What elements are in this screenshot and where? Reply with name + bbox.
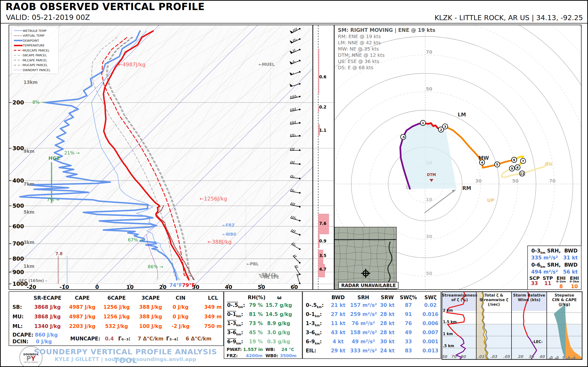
pwat-label: PWAT: — [227, 347, 243, 352]
temp-label: 20 — [159, 284, 167, 289]
mini-xtick: .01 — [477, 354, 484, 359]
rh-annotation: HGZ — [48, 155, 60, 161]
height-label: 13km — [24, 80, 38, 85]
legend-swatch — [14, 44, 23, 47]
dn-label: DN — [545, 161, 553, 167]
height-ytick: 2 km — [443, 308, 453, 313]
sounderpy-dashboard: RAOB OBSERVED VERTICAL PROFILE VALID: 05… — [0, 0, 588, 367]
srh-0-3-values: 335 m²/s² 31 kt — [528, 255, 581, 261]
omega-value-label: 7.6 — [319, 221, 326, 226]
ring-label: 30 — [426, 234, 432, 239]
thermo-value: 532 J/kg — [100, 323, 133, 329]
legend-label: DWNDRFT PARCEL — [23, 68, 50, 72]
stp-value: 11 — [541, 281, 555, 286]
dtm-label: DTM — [427, 173, 436, 177]
mini-panel-title: of ζ (%) — [451, 298, 468, 302]
kin-value: 0.013 — [417, 348, 444, 354]
legend-label: MUECAPE PARCEL — [23, 49, 49, 52]
ehi3-header: EHI — [568, 276, 581, 280]
legend-item: MLCAPE PARCEL — [14, 58, 56, 63]
temp-label: -10 — [60, 284, 69, 289]
pressure-label: 300 — [12, 145, 24, 151]
rh-annotation: 8% → — [32, 100, 45, 105]
storm-motion-sm: SM: RIGHT MOVING | ENE @ 19 kts — [338, 27, 435, 33]
legend-item: TEMPERATURE — [14, 43, 56, 48]
thermo-value: 4987 J/kg — [65, 304, 99, 310]
rm-label: RM — [462, 185, 471, 191]
lec-label: -LEC- — [532, 340, 543, 344]
stp-header: STP — [541, 276, 555, 280]
legend-swatch — [14, 39, 23, 42]
mini-xtick: .03 — [490, 354, 497, 359]
row-label: ML: — [12, 323, 29, 329]
height-marker-label: 9 — [511, 167, 513, 170]
thermo-header: 6CAPE — [100, 295, 133, 301]
height-ytick: 1.5 km — [443, 320, 457, 324]
hodo-trace-9-12km — [502, 162, 548, 177]
legend-label: MLCAPE PARCEL — [23, 58, 47, 62]
height-marker-label: 11 — [520, 172, 524, 175]
omega-value-label: 0.9 — [319, 239, 326, 243]
height-label: 9km — [24, 149, 35, 154]
rh-value: 79 % — [244, 302, 268, 308]
mini-xtick: 20 — [518, 354, 524, 359]
storm-motion-info: SM: RIGHT MOVING | ENE @ 19 kts RM: ENE … — [338, 27, 435, 71]
lapse36-value: 6 Δ°C/km — [182, 336, 215, 342]
pressure-label: 500 — [12, 203, 24, 209]
ring-label: 50 — [512, 178, 519, 184]
height-marker-label: 2 — [440, 128, 442, 132]
lapse03-label: Γ₀₋₃: — [118, 336, 135, 342]
height-marker-label: 7 — [522, 159, 524, 163]
ring-label: 30 — [475, 178, 482, 184]
mini-panel-title: Streamwiseness — [442, 293, 477, 298]
legend-swatch — [14, 34, 23, 37]
up-label: UP — [487, 198, 494, 203]
rh-annotation: 67% → — [128, 237, 143, 242]
thermo-value: 0 J/kg — [164, 304, 197, 310]
storm-motion-us: US: ESE @ 36 kts — [338, 58, 435, 64]
height-label: 7km — [24, 181, 35, 187]
legend-label: MUCAPE PARCEL — [23, 63, 48, 67]
composite-indices: SCP33 STP11 EHI0–1km8 EHI0–3km10 — [528, 276, 581, 289]
kin-value: 0.006 — [417, 321, 444, 326]
mixr-value: 0.3 g/kg — [266, 339, 292, 344]
omega-value-label: 4.7 — [319, 267, 326, 272]
mini-panel-title: (J/kg) — [559, 302, 570, 307]
mixr-value: 15.7 g/kg — [266, 302, 292, 308]
station-info: KLZK - LITTLE ROCK, AR US | 34.13, -92.2… — [434, 14, 583, 22]
temp-label: 10 — [126, 284, 134, 289]
legend-swatch — [14, 54, 23, 57]
storm-motion-ds: DS: E @ 68 kts — [338, 64, 435, 71]
kin-value: 21 kt — [325, 302, 351, 308]
kin-value: 158 m²/s² — [350, 330, 377, 335]
height-ytick: .5 km — [443, 344, 454, 348]
legend-item: MUECAPE PARCEL — [14, 48, 56, 53]
wb0-value: 3500m — [280, 353, 297, 358]
surface-label: -SFC (165m) - — [17, 278, 47, 283]
muncape-value: 0.4 — [102, 336, 117, 342]
kin-value: 259 m²/s² — [350, 311, 377, 317]
frz-value: 4200m — [245, 353, 264, 358]
frz-label: FRZ: — [227, 353, 241, 358]
level-annotation: 7.8 — [55, 251, 63, 256]
mixr-value: 8.9 g/kg — [266, 321, 292, 326]
mixr-value: 3.0 g/kg — [266, 330, 292, 335]
kin-value: 43 kt — [325, 330, 351, 335]
thermo-header: SR-ECAPE — [31, 295, 64, 301]
level-annotation: ←MUEL — [259, 62, 275, 67]
thermo-header: CAPE — [65, 295, 99, 301]
temp-label: 0 — [95, 284, 99, 289]
rh-header: RH(%) — [246, 295, 267, 300]
cape-annotation: ←1256J/kg — [199, 196, 227, 202]
legend-swatch — [14, 49, 23, 51]
height-marker-label: 5 — [496, 163, 498, 166]
row-label: SB: — [12, 304, 29, 310]
rh-value: 45 % — [244, 330, 268, 335]
mw-label: MW — [478, 155, 489, 161]
inflow-fill — [400, 123, 457, 189]
legend-item: DWNDRFT PARCEL — [14, 67, 56, 73]
thermo-header: 3CAPE — [134, 295, 167, 301]
pressure-label: 800 — [12, 256, 24, 262]
omega-panel: 0.60.21.17.60.93.54.7 — [313, 25, 334, 290]
thermo-value: 1256 J/kg — [100, 304, 133, 310]
